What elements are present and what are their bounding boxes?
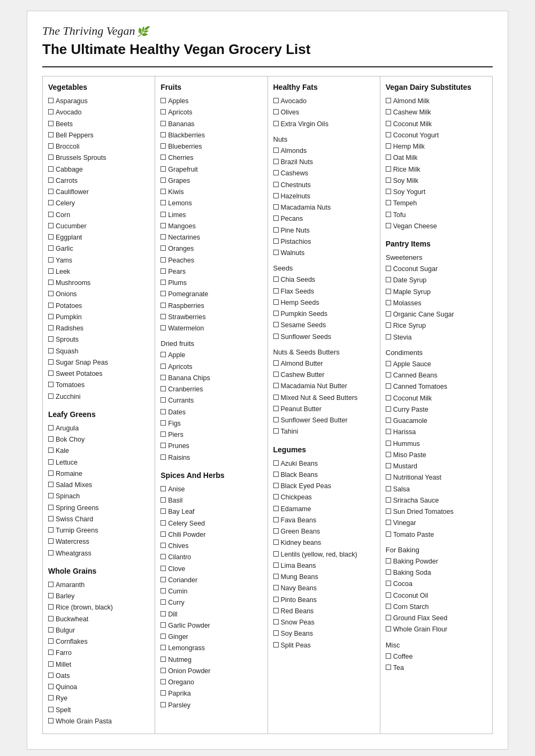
checkbox-icon[interactable]	[48, 638, 54, 644]
checkbox-icon[interactable]	[273, 483, 279, 488]
checkbox-icon[interactable]	[48, 200, 54, 205]
checkbox-icon[interactable]	[160, 543, 166, 548]
checkbox-icon[interactable]	[273, 630, 279, 636]
checkbox-icon[interactable]	[273, 109, 279, 114]
checkbox-icon[interactable]	[386, 372, 391, 377]
checkbox-icon[interactable]	[160, 132, 166, 137]
checkbox-icon[interactable]	[160, 303, 166, 308]
checkbox-icon[interactable]	[48, 359, 54, 365]
checkbox-icon[interactable]	[386, 383, 391, 389]
checkbox-icon[interactable]	[48, 707, 54, 712]
checkbox-icon[interactable]	[386, 497, 391, 503]
checkbox-icon[interactable]	[273, 528, 279, 534]
checkbox-icon[interactable]	[386, 311, 391, 317]
checkbox-icon[interactable]	[160, 599, 166, 605]
checkbox-icon[interactable]	[160, 443, 166, 448]
checkbox-icon[interactable]	[48, 178, 54, 183]
checkbox-icon[interactable]	[160, 397, 166, 403]
checkbox-icon[interactable]	[48, 245, 54, 251]
checkbox-icon[interactable]	[160, 702, 166, 707]
checkbox-icon[interactable]	[48, 627, 54, 632]
checkbox-icon[interactable]	[386, 569, 391, 575]
checkbox-icon[interactable]	[273, 472, 279, 477]
checkbox-icon[interactable]	[160, 364, 166, 369]
checkbox-icon[interactable]	[386, 266, 391, 271]
checkbox-icon[interactable]	[273, 551, 279, 557]
checkbox-icon[interactable]	[386, 626, 391, 631]
checkbox-icon[interactable]	[48, 336, 54, 342]
checkbox-icon[interactable]	[273, 299, 279, 305]
checkbox-icon[interactable]	[273, 215, 279, 221]
checkbox-icon[interactable]	[160, 212, 166, 217]
checkbox-icon[interactable]	[386, 463, 391, 468]
checkbox-icon[interactable]	[386, 520, 391, 525]
checkbox-icon[interactable]	[48, 382, 54, 387]
checkbox-icon[interactable]	[386, 121, 391, 126]
checkbox-icon[interactable]	[160, 166, 166, 172]
checkbox-icon[interactable]	[160, 634, 166, 639]
checkbox-icon[interactable]	[386, 474, 391, 480]
checkbox-icon[interactable]	[386, 300, 391, 305]
checkbox-icon[interactable]	[273, 170, 279, 175]
checkbox-icon[interactable]	[48, 673, 54, 678]
checkbox-icon[interactable]	[48, 505, 54, 510]
checkbox-icon[interactable]	[48, 348, 54, 353]
checkbox-icon[interactable]	[386, 189, 391, 194]
checkbox-icon[interactable]	[386, 223, 391, 228]
checkbox-icon[interactable]	[160, 189, 166, 194]
checkbox-icon[interactable]	[160, 291, 166, 296]
checkbox-icon[interactable]	[160, 143, 166, 149]
checkbox-icon[interactable]	[386, 486, 391, 491]
checkbox-icon[interactable]	[273, 597, 279, 602]
checkbox-icon[interactable]	[273, 395, 279, 400]
checkbox-icon[interactable]	[48, 143, 54, 149]
checkbox-icon[interactable]	[273, 148, 279, 153]
checkbox-icon[interactable]	[386, 109, 391, 114]
checkbox-icon[interactable]	[160, 375, 166, 380]
checkbox-icon[interactable]	[386, 653, 391, 659]
checkbox-icon[interactable]	[160, 520, 166, 526]
checkbox-icon[interactable]	[273, 250, 279, 255]
checkbox-icon[interactable]	[48, 650, 54, 655]
checkbox-icon[interactable]	[160, 679, 166, 684]
checkbox-icon[interactable]	[160, 508, 166, 514]
checkbox-icon[interactable]	[160, 268, 166, 274]
checkbox-icon[interactable]	[386, 592, 391, 598]
checkbox-icon[interactable]	[160, 577, 166, 582]
checkbox-icon[interactable]	[160, 566, 166, 571]
checkbox-icon[interactable]	[273, 288, 279, 294]
checkbox-icon[interactable]	[386, 604, 391, 609]
checkbox-icon[interactable]	[273, 506, 279, 511]
checkbox-icon[interactable]	[160, 234, 166, 240]
checkbox-icon[interactable]	[386, 212, 391, 217]
checkbox-icon[interactable]	[273, 517, 279, 522]
checkbox-icon[interactable]	[386, 665, 391, 670]
checkbox-icon[interactable]	[160, 386, 166, 391]
checkbox-icon[interactable]	[48, 257, 54, 263]
checkbox-icon[interactable]	[386, 395, 391, 400]
checkbox-icon[interactable]	[48, 189, 54, 194]
checkbox-icon[interactable]	[273, 562, 279, 568]
checkbox-icon[interactable]	[386, 452, 391, 457]
checkbox-icon[interactable]	[48, 109, 54, 114]
checkbox-icon[interactable]	[48, 314, 54, 319]
checkbox-icon[interactable]	[273, 417, 279, 422]
checkbox-icon[interactable]	[273, 121, 279, 126]
checkbox-icon[interactable]	[48, 527, 54, 533]
checkbox-icon[interactable]	[48, 550, 54, 556]
checkbox-icon[interactable]	[160, 431, 166, 437]
checkbox-icon[interactable]	[386, 581, 391, 586]
checkbox-icon[interactable]	[386, 166, 391, 172]
checkbox-icon[interactable]	[160, 325, 166, 330]
checkbox-icon[interactable]	[160, 690, 166, 696]
checkbox-icon[interactable]	[273, 428, 279, 434]
checkbox-icon[interactable]	[273, 585, 279, 590]
checkbox-icon[interactable]	[160, 645, 166, 650]
checkbox-icon[interactable]	[48, 234, 54, 240]
checkbox-icon[interactable]	[48, 280, 54, 285]
checkbox-icon[interactable]	[386, 406, 391, 412]
checkbox-icon[interactable]	[386, 289, 391, 294]
checkbox-icon[interactable]	[386, 143, 391, 149]
checkbox-icon[interactable]	[273, 159, 279, 164]
checkbox-icon[interactable]	[48, 538, 54, 544]
